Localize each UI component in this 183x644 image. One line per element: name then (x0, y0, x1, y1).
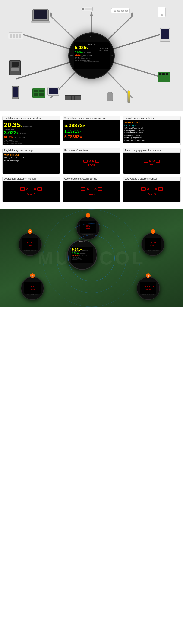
feature-panel-timed: Timed charging protection interface ✕ ✕ … (123, 148, 181, 174)
peripheral-board-bl (32, 88, 45, 98)
showcase-section: MUSTCOL 1 MUSTCOL ✕ ✕ (0, 210, 183, 307)
peripheral-pc-tower (9, 60, 21, 76)
device-wattage: 61.51 (75, 54, 81, 56)
hero-section: Type-C USB USB MUSTCOL 5.025 V FCOP: OFF (0, 0, 183, 111)
feature-panel-overcurrent: Overcurrent protection interface ✕ — ✕ O… (2, 176, 60, 202)
peripheral-usb-top (81, 7, 93, 11)
feature-panel-precision: Six-digit precision measurement interfac… (63, 116, 120, 146)
device-voltage: 5.025 (75, 45, 86, 50)
feature-label-3: English background settings (123, 116, 181, 120)
showcase-device-5: 5 MUSTCOL ✕ ✕ FCOP (18, 230, 42, 256)
device-brand: MUSTCOL (75, 44, 108, 45)
peripheral-usb-light (127, 90, 130, 103)
feature-label-2: Six-digit precision measurement interfac… (63, 116, 120, 120)
peripheral-pcb-r (158, 72, 170, 82)
peripheral-power-strip (111, 8, 130, 13)
feature-panel-measurement: English measurement main interface 20.35… (2, 116, 60, 146)
features-row2: English background settings ATORCH® V4.2… (2, 148, 181, 174)
feature-panel-settings2: English background settings ATORCH® V4.2… (2, 148, 60, 174)
showcase-device-4: 4 MUSTCOL ✕ ✕ Over-V (21, 274, 44, 300)
feature-label-6: Timed charging protection interface (123, 148, 181, 153)
feature-panel-lowvoltage: Low voltage protection interface ✕ — ✕ O… (123, 176, 181, 202)
peripheral-tablet-r (160, 28, 170, 42)
peripheral-keyboard (65, 95, 81, 100)
showcase-inner: 1 MUSTCOL ✕ ✕ FCOP (5, 212, 178, 304)
showcase-device-center: MUSTCOL 9.141 V FCOP: OFF < 1W For 20M 1… (67, 240, 97, 270)
feature-panel-settings1: English background settings ATORCH® V4.2… (123, 116, 181, 146)
svg-marker-9 (90, 12, 93, 16)
feature-label-5: Full power off interface (63, 148, 120, 153)
peripheral-mouse (107, 92, 113, 102)
showcase-device-1: 1 MUSTCOL ✕ ✕ FCOP (76, 214, 100, 240)
feature-label-1: English measurement main interface (2, 116, 60, 120)
features-section: English measurement main interface 20.35… (0, 111, 183, 210)
feature-panel-poweroff: Full power off interface ✕ ✕ FCOP (63, 148, 120, 174)
peripheral-tablet-bc (47, 87, 59, 96)
showcase-device-3: 3 MUSTCOL ✕ ✕ Over-V (137, 274, 160, 300)
feature-panel-overvoltage: Overvoltage protection interface ✕ — ✕ L… (63, 176, 120, 202)
peripheral-laptop-tl (32, 9, 50, 23)
svg-marker-11 (130, 12, 134, 16)
feature-label-9: Low voltage protection interface (123, 177, 181, 181)
feature-label-7: Overcurrent protection interface (2, 177, 60, 181)
peripheral-usb-hub (8, 32, 23, 40)
peripheral-charger (158, 7, 166, 18)
features-row3: Overcurrent protection interface ✕ — ✕ O… (2, 176, 181, 202)
features-row1: English measurement main interface 20.35… (2, 116, 181, 146)
showcase-device-2: 2 MUSTCOL ✕ ✕ Over-V (141, 230, 165, 256)
feature-label-4: English background settings (2, 148, 60, 153)
center-device: Type-C USB USB MUSTCOL 5.025 V FCOP: OFF (68, 32, 115, 79)
device-current: 0.000 (75, 51, 82, 54)
svg-marker-10 (49, 12, 53, 16)
feature-label-8: Overvoltage protection interface (63, 177, 120, 181)
peripheral-phone (11, 86, 19, 99)
